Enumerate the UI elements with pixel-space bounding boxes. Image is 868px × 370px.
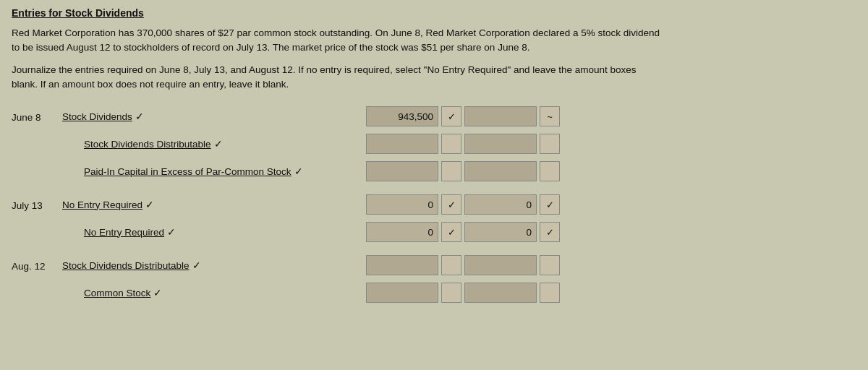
- june8-debit-check2: [441, 134, 461, 154]
- aug12-account1-label: Stock Dividends Distributable: [62, 260, 190, 271]
- july13-debit-check1: ✓: [441, 194, 461, 215]
- june8-account2[interactable]: Stock Dividends Distributable ✓: [62, 138, 366, 150]
- instr-line2: blank. If an amount box does not require…: [12, 79, 289, 90]
- june8-account3-label: Paid-In Capital in Excess of Par-Common …: [84, 166, 292, 177]
- june8-date-empty2: [12, 171, 62, 172]
- june8-check3: ✓: [294, 165, 303, 177]
- july13-account1[interactable]: No Entry Required ✓: [62, 199, 366, 210]
- june8-debit3[interactable]: [366, 161, 438, 181]
- june8-account2-label: Stock Dividends Distributable: [84, 139, 211, 150]
- july13-account2-label: No Entry Required: [84, 227, 164, 238]
- instruction: Journalize the entries required on June …: [12, 63, 856, 92]
- aug12-account2-label: Common Stock: [84, 288, 150, 298]
- aug12-row1: Aug. 12 Stock Dividends Distributable ✓: [12, 254, 856, 277]
- july13-check2: ✓: [167, 226, 176, 238]
- aug12-credit2[interactable]: [464, 283, 537, 303]
- aug12-check1: ✓: [192, 259, 201, 271]
- instr-line1: Journalize the entries required on June …: [12, 64, 637, 75]
- aug12-date: Aug. 12: [12, 259, 62, 272]
- june8-credit-check3: [540, 161, 560, 181]
- july13-credit2[interactable]: 0: [464, 222, 537, 242]
- aug12-debit1[interactable]: [366, 255, 438, 275]
- july13-credit-check1: ✓: [540, 194, 560, 215]
- june8-debit-check3: [441, 161, 461, 181]
- desc-line1: Red Market Corporation has 370,000 share…: [12, 27, 660, 38]
- aug12-credit-check2: [540, 283, 560, 303]
- june8-row1: June 8 Stock Dividends ✓ 943,500 ✓ ~: [12, 105, 856, 128]
- aug12-account1[interactable]: Stock Dividends Distributable ✓: [62, 259, 366, 271]
- aug12-check2: ✓: [153, 287, 162, 298]
- july13-account2[interactable]: No Entry Required ✓: [62, 226, 366, 238]
- june8-account3[interactable]: Paid-In Capital in Excess of Par-Common …: [62, 165, 366, 177]
- july13-debit1[interactable]: 0: [366, 194, 438, 215]
- june8-credit2[interactable]: [464, 134, 537, 154]
- aug12-debit-check2: [441, 283, 461, 303]
- july13-debit-check2: ✓: [441, 222, 461, 242]
- july13-date-empty: [12, 231, 62, 233]
- july13-row2: No Entry Required ✓ 0 ✓ 0 ✓: [12, 220, 856, 244]
- june8-credit1[interactable]: [464, 106, 537, 126]
- june8-row3: Paid-In Capital in Excess of Par-Common …: [12, 160, 856, 183]
- june8-debit-check1: ✓: [441, 106, 461, 126]
- aug12-date-empty: [12, 292, 62, 293]
- aug12-debit2[interactable]: [366, 283, 438, 303]
- june8-check2: ✓: [214, 138, 223, 150]
- june8-date-empty1: [12, 143, 62, 145]
- aug12-credit1[interactable]: [464, 255, 537, 275]
- desc-line2: to be issued August 12 to stockholders o…: [12, 42, 529, 53]
- june8-debit2[interactable]: [366, 134, 438, 154]
- page-title: Entries for Stock Dividends: [12, 7, 856, 19]
- june8-row2: Stock Dividends Distributable ✓: [12, 132, 856, 155]
- aug12-row2: Common Stock ✓: [12, 281, 856, 304]
- july13-check1: ✓: [145, 199, 154, 210]
- journal-section: June 8 Stock Dividends ✓ 943,500 ✓ ~ Sto…: [12, 105, 856, 304]
- june8-account1-label: Stock Dividends: [62, 111, 132, 122]
- june8-credit-check2: [540, 134, 560, 154]
- june8-credit3[interactable]: [464, 161, 537, 181]
- july13-date: July 13: [12, 199, 62, 211]
- june8-date: June 8: [12, 111, 62, 123]
- july13-section: July 13 No Entry Required ✓ 0 ✓ 0 ✓: [12, 193, 856, 244]
- description: Red Market Corporation has 370,000 share…: [12, 26, 856, 56]
- june8-credit-check1: ~: [540, 106, 560, 126]
- aug12-section: Aug. 12 Stock Dividends Distributable ✓ …: [12, 254, 856, 304]
- july13-credit1[interactable]: 0: [464, 194, 537, 215]
- aug12-debit-check1: [441, 255, 461, 275]
- july13-account1-label: No Entry Required: [62, 199, 142, 210]
- june8-account1[interactable]: Stock Dividends ✓: [62, 111, 366, 122]
- july13-credit-check2: ✓: [540, 222, 560, 242]
- aug12-credit-check1: [540, 255, 560, 275]
- july13-row1: July 13 No Entry Required ✓ 0 ✓ 0 ✓: [12, 193, 856, 216]
- june8-check1: ✓: [135, 111, 144, 122]
- june8-debit1[interactable]: 943,500: [366, 106, 438, 126]
- july13-debit2[interactable]: 0: [366, 222, 438, 242]
- aug12-account2[interactable]: Common Stock ✓: [62, 287, 366, 298]
